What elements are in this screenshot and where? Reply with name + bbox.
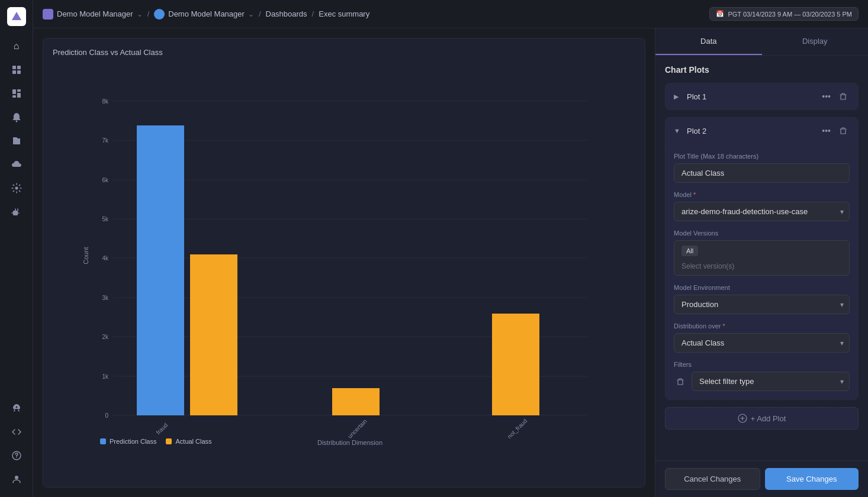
plot1-delete-button[interactable] (837, 91, 850, 102)
main-content: Demo Model Manager ⌄ / Demo Model Manage… (33, 0, 868, 497)
svg-text:3k: 3k (102, 295, 109, 301)
model-env-label: Model Environment (674, 284, 850, 291)
sidebar-item-help[interactable] (6, 445, 27, 466)
plot2-more-button[interactable]: ••• (819, 125, 833, 137)
date-range-label: PGT 03/14/2023 9 AM — 03/20/2023 5 PM (728, 11, 852, 18)
svg-text:2k: 2k (102, 334, 109, 340)
plot2-delete-button[interactable] (837, 125, 850, 136)
app-logo[interactable] (7, 7, 26, 26)
panel-footer: Cancel Changes Save Changes (655, 460, 868, 497)
sidebar-item-files[interactable] (6, 130, 27, 151)
sidebar-item-home[interactable]: ⌂ (6, 36, 27, 57)
distribution-required-marker: * (722, 322, 725, 330)
svg-rect-1 (12, 66, 16, 69)
calendar-icon: 📅 (716, 10, 724, 18)
page-title-item[interactable]: Exec summary (319, 9, 369, 18)
plot-title-input[interactable] (674, 163, 850, 183)
svg-text:7k: 7k (102, 137, 109, 144)
sidebar-item-cloud[interactable] (6, 154, 27, 175)
right-panel: Data Display Chart Plots ▶ Plot 1 ••• (655, 28, 868, 497)
section-title: Chart Plots (665, 65, 859, 75)
tab-data[interactable]: Data (655, 28, 762, 55)
svg-text:8k: 8k (102, 98, 109, 105)
svg-rect-7 (17, 93, 21, 98)
sidebar-item-user[interactable] (6, 469, 27, 490)
plot1-more-button[interactable]: ••• (819, 91, 833, 102)
plot1-name: Plot 1 (687, 92, 815, 101)
svg-point-9 (15, 121, 17, 122)
add-plot-label: + Add Plot (751, 414, 786, 423)
workspace2-item[interactable]: Demo Model Manager ⌄ (154, 9, 254, 20)
svg-text:1k: 1k (102, 373, 109, 380)
distribution-select-wrapper: Actual Class (674, 333, 850, 353)
save-button[interactable]: Save Changes (765, 468, 859, 490)
filters-group: Filters Select filter type (674, 361, 850, 391)
plot1-header[interactable]: ▶ Plot 1 ••• (666, 83, 858, 109)
tab-display[interactable]: Display (762, 28, 869, 55)
filter-type-select[interactable]: Select filter type (692, 372, 850, 391)
svg-rect-5 (12, 89, 16, 94)
svg-point-10 (15, 187, 18, 190)
legend-prediction: Prediction Class (100, 438, 156, 445)
svg-text:Count: Count (82, 247, 89, 264)
svg-rect-3 (12, 70, 16, 74)
model-select[interactable]: arize-demo-fraud-detection-use-case (674, 202, 850, 221)
distribution-select[interactable]: Actual Class (674, 333, 850, 353)
plot-title-label: Plot Title (Max 18 characters) (674, 153, 850, 160)
svg-rect-4 (17, 70, 21, 74)
chart-title: Prediction Class vs Actual Class (53, 48, 635, 57)
legend-prediction-dot (100, 438, 106, 444)
plot2-card: ▼ Plot 2 ••• Plot Title (Max 18 charact (665, 117, 859, 400)
model-env-select[interactable]: Production (674, 295, 850, 314)
chart-container: Prediction Class vs Actual Class Count 0… (43, 38, 645, 488)
workspace2-label: Demo Model Manager (168, 9, 245, 18)
separator3: / (312, 9, 314, 18)
workspace1-icon (43, 9, 53, 20)
model-env-group: Model Environment Production (674, 284, 850, 314)
versions-placeholder: Select version(s) (681, 262, 842, 270)
model-select-wrapper: arize-demo-fraud-detection-use-case (674, 202, 850, 221)
sidebar-item-models[interactable] (6, 59, 27, 80)
legend-actual-label: Actual Class (175, 438, 211, 445)
workspace1-label: Demo Model Manager (57, 9, 133, 18)
sidebar-item-dashboard[interactable] (6, 83, 27, 104)
topnav-right: 📅 PGT 03/14/2023 9 AM — 03/20/2023 5 PM (709, 7, 859, 21)
topnav: Demo Model Manager ⌄ / Demo Model Manage… (33, 0, 868, 28)
workspace2-chevron-icon: ⌄ (248, 10, 254, 18)
svg-text:Distribution Dimension: Distribution Dimension (317, 439, 382, 445)
panel-body: Chart Plots ▶ Plot 1 ••• (655, 56, 868, 460)
model-versions-box[interactable]: All Select version(s) (674, 240, 850, 276)
model-label: Model * (674, 191, 850, 198)
cancel-button[interactable]: Cancel Changes (665, 468, 760, 490)
plot2-actions: ••• (819, 125, 850, 137)
add-plot-button[interactable]: + Add Plot (665, 407, 859, 430)
bar-fraud-actual (190, 254, 237, 415)
sidebar-item-rocket[interactable] (6, 398, 27, 419)
separator2: / (259, 9, 261, 18)
svg-text:6k: 6k (102, 177, 109, 183)
svg-rect-11 (13, 211, 18, 215)
plot-title-group: Plot Title (Max 18 characters) (674, 153, 850, 183)
model-env-select-wrapper: Production (674, 295, 850, 314)
sidebar-item-plugins[interactable] (6, 201, 27, 222)
chart-area: Prediction Class vs Actual Class Count 0… (33, 28, 655, 497)
sidebar-item-alerts[interactable] (6, 106, 27, 128)
plot2-chevron-icon: ▼ (674, 127, 682, 134)
sidebar-item-settings[interactable] (6, 178, 27, 199)
legend-prediction-label: Prediction Class (110, 438, 156, 445)
svg-text:uncertain: uncertain (346, 418, 368, 440)
plot2-name: Plot 2 (687, 127, 815, 135)
plot2-expanded: Plot Title (Max 18 characters) Model * (666, 144, 858, 399)
date-range-badge[interactable]: 📅 PGT 03/14/2023 9 AM — 03/20/2023 5 PM (709, 7, 859, 21)
filters-label: Filters (674, 361, 850, 368)
versions-tag-all: All (681, 246, 698, 256)
workspace1-item[interactable]: Demo Model Manager ⌄ (43, 9, 143, 20)
bar-fraud-prediction (137, 125, 184, 415)
plot2-header[interactable]: ▼ Plot 2 ••• (666, 118, 858, 144)
dashboards-item[interactable]: Dashboards (266, 9, 307, 18)
bar-notfraud-actual (492, 314, 539, 415)
svg-text:0: 0 (105, 412, 108, 419)
filter-delete-button[interactable] (674, 375, 687, 388)
filter-type-select-wrapper: Select filter type (692, 372, 850, 391)
sidebar-item-code[interactable] (6, 421, 27, 443)
